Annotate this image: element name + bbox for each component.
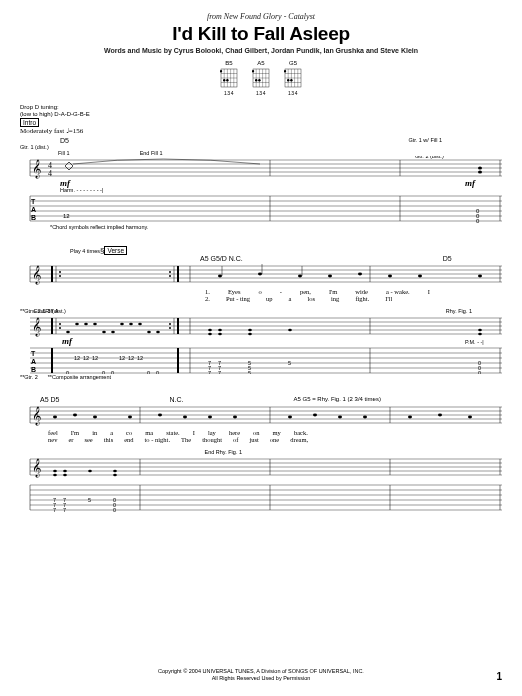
lyric-word: of xyxy=(233,436,238,443)
svg-point-205 xyxy=(88,470,92,473)
lyric-word: a xyxy=(289,295,292,302)
chord-a5d5: A5 D5 xyxy=(40,396,59,403)
copyright-line1: Copyright © 2004 UNIVERSAL TUNES, A Divi… xyxy=(0,668,522,675)
lyric-v2-l2: nev er see this end to - night. The thou… xyxy=(48,436,502,443)
lyric-word: - xyxy=(280,288,282,295)
lyric-word: thought xyxy=(202,436,222,443)
lyric-word: ing xyxy=(331,295,339,302)
svg-point-204 xyxy=(63,474,67,477)
chord-combo1: A5 G5/D N.C. xyxy=(200,255,243,262)
lyric-word: on xyxy=(253,429,260,436)
svg-point-105 xyxy=(93,323,97,326)
lyric-word: co xyxy=(126,429,132,436)
svg-point-72 xyxy=(59,271,61,273)
svg-point-185 xyxy=(338,416,342,419)
copyright-line2: All Rights Reserved Used by Permission xyxy=(0,675,522,682)
svg-text:A: A xyxy=(31,358,36,365)
svg-text:5: 5 xyxy=(248,370,251,374)
svg-point-88 xyxy=(478,275,482,278)
svg-point-178 xyxy=(128,416,132,419)
chord-label: B5 xyxy=(225,60,232,66)
svg-text:0: 0 xyxy=(156,370,159,374)
svg-point-107 xyxy=(111,331,115,334)
svg-point-125 xyxy=(478,333,482,336)
lyric-word: I xyxy=(193,429,195,436)
lyric-v1-l1: 1. Eyes o - pen, I'm wide a - wake. I xyxy=(205,288,502,295)
svg-point-20 xyxy=(255,79,257,81)
chord-diagram-g5: G5 134 xyxy=(284,60,302,96)
svg-point-117 xyxy=(208,329,212,332)
lyric-word: to - night. xyxy=(145,436,170,443)
lyric-word: 1. xyxy=(205,288,210,295)
svg-point-109 xyxy=(129,323,133,326)
chord-nc: N.C. xyxy=(169,396,183,403)
lyric-word: The xyxy=(181,436,191,443)
vocal-staff: 𝄞 xyxy=(20,262,502,288)
svg-text:12: 12 xyxy=(128,355,134,361)
lyric-word: my xyxy=(273,429,281,436)
svg-text:0: 0 xyxy=(113,507,116,513)
harm-label: Harm. - - - - - - - -| xyxy=(60,187,103,193)
dynamic-mf-2: mf xyxy=(465,178,476,188)
section-verse: Verse xyxy=(104,246,127,255)
svg-point-31 xyxy=(287,79,289,81)
svg-point-32 xyxy=(290,79,292,81)
page-number: 1 xyxy=(496,671,502,682)
svg-point-112 xyxy=(156,331,160,334)
chord-label: A5 xyxy=(257,60,264,66)
vocal-staff-3: 𝄞 xyxy=(20,403,502,429)
lyric-word: this xyxy=(104,436,113,443)
lyric-v1-l2: feel I'm in a co ma state. I lay here on… xyxy=(48,429,502,436)
lyric-word: ma xyxy=(145,429,153,436)
lyric-word: a xyxy=(110,429,113,436)
svg-text:𝄞: 𝄞 xyxy=(32,317,41,337)
chord-fingering: 134 xyxy=(224,90,234,96)
lyric-word: er xyxy=(68,436,73,443)
gtr1-fill1: Gtr. 1 w/ Fill 1 xyxy=(408,137,442,144)
svg-point-75 xyxy=(169,275,171,277)
svg-text:7: 7 xyxy=(63,507,66,513)
svg-point-119 xyxy=(218,329,222,332)
svg-text:B: B xyxy=(31,366,36,373)
svg-point-30 xyxy=(284,70,286,72)
svg-point-120 xyxy=(218,333,222,336)
source-prefix: from xyxy=(207,12,222,21)
credits: Words and Music by Cyrus Bolooki, Chad G… xyxy=(20,47,502,54)
lyric-word: end xyxy=(124,436,133,443)
svg-text:12: 12 xyxy=(92,355,98,361)
svg-point-186 xyxy=(363,416,367,419)
svg-point-108 xyxy=(120,323,124,326)
chord-grid-icon xyxy=(252,67,270,89)
svg-point-46 xyxy=(478,171,482,174)
lyric-word: see xyxy=(84,436,92,443)
svg-point-114 xyxy=(169,327,171,329)
tuning-detail: (low to high) D-A-D-G-B-E xyxy=(20,111,502,118)
lyric-word: I'm xyxy=(71,429,79,436)
svg-point-101 xyxy=(59,327,61,329)
svg-point-181 xyxy=(208,416,212,419)
header-source: from New Found Glory - Catalyst xyxy=(20,12,502,21)
album-name: Catalyst xyxy=(288,12,315,21)
svg-point-87 xyxy=(418,275,422,278)
chord-fingering: 134 xyxy=(256,90,266,96)
svg-text:12: 12 xyxy=(74,355,80,361)
lyric-word: in xyxy=(92,429,97,436)
lyric-v2-l1: 2. Put - ting up a los ing fight. I'll xyxy=(205,295,502,302)
svg-point-118 xyxy=(208,333,212,336)
svg-text:0: 0 xyxy=(478,370,481,374)
chord-combo2: A5 G5 = Rhy. Fig. 1 (2 3/4 times) xyxy=(293,396,380,403)
tuning-label: Drop D tuning: xyxy=(20,104,502,111)
svg-text:12: 12 xyxy=(119,355,125,361)
svg-point-189 xyxy=(468,416,472,419)
lyric-word: 2. xyxy=(205,295,210,302)
svg-point-111 xyxy=(147,331,151,334)
svg-point-179 xyxy=(158,414,162,417)
svg-text:A: A xyxy=(31,206,36,213)
lyric-word: nev xyxy=(48,436,57,443)
tab-fret-12: 12 xyxy=(63,213,70,219)
svg-point-106 xyxy=(102,331,106,334)
svg-point-203 xyxy=(63,470,67,473)
svg-point-80 xyxy=(258,273,262,276)
svg-text:7: 7 xyxy=(218,370,221,374)
lyric-word: fight. xyxy=(355,295,369,302)
